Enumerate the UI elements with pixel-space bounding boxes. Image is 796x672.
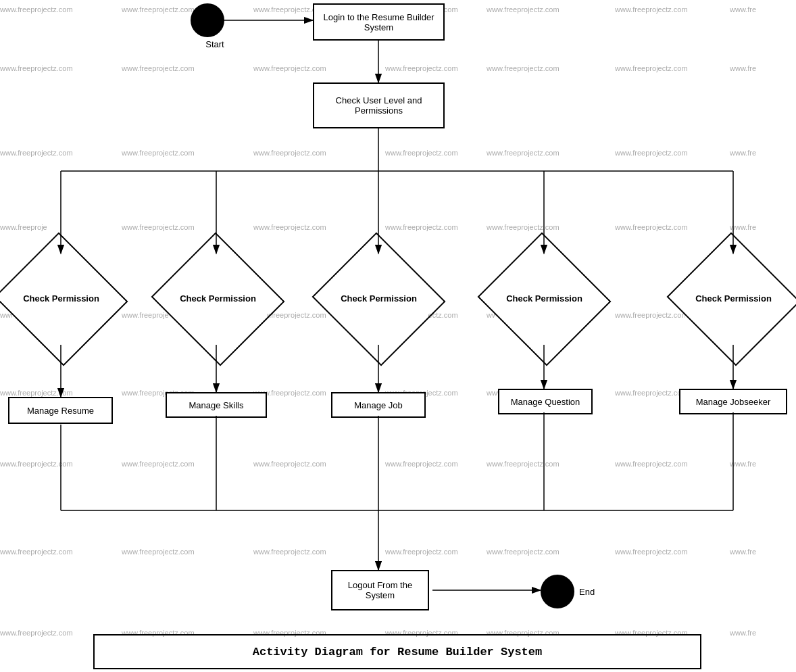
manage-skills-box: Manage Skills [166,392,267,418]
diamond-5-label: Check Permission [695,293,772,305]
manage-job-box: Manage Job [331,392,426,418]
diagram-container: Start Login to the Resume Builder System… [0,0,796,672]
end-label: End [579,587,595,597]
login-box: Login to the Resume Builder System [313,3,445,41]
logout-box: Logout From the System [331,570,429,610]
check-user-label: Check User Level and Permissions [317,95,441,116]
manage-skills-label: Manage Skills [189,400,244,410]
diamond-4-label: Check Permission [506,293,582,305]
diagram-title: Activity Diagram for Resume Builder Syst… [253,646,542,658]
end-circle [541,575,574,608]
diamond-3: Check Permission [330,254,428,345]
manage-jobseeker-box: Manage Jobseeker [679,389,787,414]
logout-box-label: Logout From the System [335,580,425,600]
diamond-2: Check Permission [169,254,267,345]
check-user-box: Check User Level and Permissions [313,82,445,128]
diamond-5: Check Permission [685,254,782,345]
diamond-3-label: Check Permission [341,293,417,305]
manage-job-label: Manage Job [354,400,403,410]
bottom-title-box: Activity Diagram for Resume Builder Syst… [93,634,701,669]
diamond-1: Check Permission [12,254,110,345]
manage-question-box: Manage Question [498,389,593,414]
manage-resume-label: Manage Resume [27,406,94,416]
start-circle [191,3,224,37]
diamond-4: Check Permission [495,254,593,345]
manage-resume-box: Manage Resume [8,397,113,424]
manage-question-label: Manage Question [511,397,580,407]
manage-jobseeker-label: Manage Jobseeker [696,397,771,407]
diamond-2-label: Check Permission [180,293,256,305]
diamond-1-label: Check Permission [23,293,99,305]
login-box-label: Login to the Resume Builder System [317,12,441,32]
start-label: Start [198,39,232,49]
